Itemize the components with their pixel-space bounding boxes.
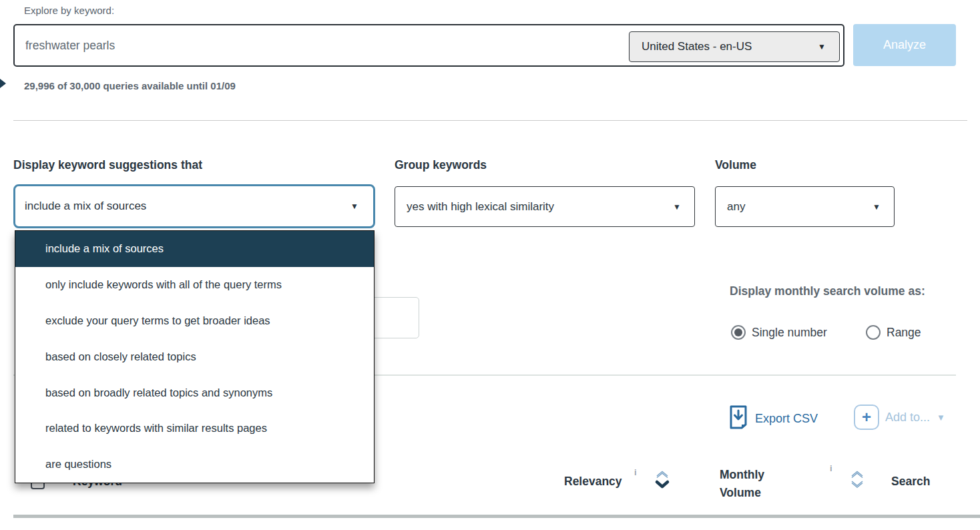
analyze-button[interactable]: Analyze — [853, 24, 956, 66]
keyword-input[interactable] — [15, 25, 616, 65]
group-keywords-label: Group keywords — [395, 158, 487, 172]
keyword-explorer-page: Explore by keyword: United States - en-U… — [0, 0, 980, 530]
menu-option[interactable]: only include keywords with all of the qu… — [15, 267, 374, 303]
menu-option[interactable]: based on closely related topics — [15, 338, 374, 374]
volume-display-label: Display monthly search volume as: — [730, 284, 925, 298]
chevron-down-icon: ▼ — [818, 42, 826, 51]
menu-option[interactable]: related to keywords with similar results… — [15, 411, 374, 447]
locale-select[interactable]: United States - en-US ▼ — [629, 31, 840, 62]
chevron-down-icon: ▼ — [937, 413, 945, 423]
menu-option[interactable]: based on broadly related topics and syno… — [15, 374, 374, 411]
explore-by-keyword-label: Explore by keyword: — [24, 5, 114, 16]
suggestions-select[interactable]: include a mix of sources ▼ — [13, 184, 375, 228]
info-icon[interactable]: i — [830, 463, 832, 473]
radio-label: Range — [887, 326, 921, 340]
sort-relevancy-icon[interactable] — [654, 469, 670, 493]
expander-triangle-icon[interactable] — [0, 79, 6, 88]
divider — [13, 515, 980, 518]
sort-monthly-volume-icon[interactable] — [849, 469, 865, 493]
radio-selected-icon — [731, 325, 746, 340]
column-header-search: Search — [891, 475, 930, 489]
download-file-icon — [729, 405, 748, 432]
add-to-button[interactable]: + Add to... ▼ — [854, 405, 945, 430]
radio-single-number[interactable]: Single number — [731, 325, 827, 340]
plus-icon: + — [854, 405, 879, 430]
divider — [13, 120, 967, 121]
suggestions-filter-label: Display keyword suggestions that — [13, 158, 202, 172]
export-csv-button[interactable]: Export CSV — [729, 405, 818, 432]
export-csv-label: Export CSV — [755, 412, 818, 426]
chevron-down-icon: ▼ — [350, 202, 358, 211]
column-header-monthly-volume: Monthly Volume — [720, 466, 781, 502]
info-icon[interactable]: i — [634, 467, 637, 477]
menu-option[interactable]: are questions — [15, 447, 374, 483]
add-to-label: Add to... — [885, 411, 930, 425]
radio-label: Single number — [752, 326, 827, 340]
chevron-down-icon: ▼ — [873, 202, 881, 212]
keyword-search-container: United States - en-US ▼ — [13, 24, 844, 67]
column-header-relevancy: Relevancy — [564, 475, 622, 489]
query-quota-text: 29,996 of 30,000 queries available until… — [24, 80, 236, 91]
locale-select-value: United States - en-US — [630, 40, 752, 53]
volume-label: Volume — [715, 158, 756, 172]
volume-select[interactable]: any ▼ — [715, 186, 895, 227]
group-keywords-select-value: yes with high lexical similarity — [395, 200, 554, 214]
radio-unselected-icon — [866, 325, 881, 340]
suggestions-dropdown-menu: include a mix of sources only include ke… — [15, 230, 375, 483]
radio-range[interactable]: Range — [866, 325, 921, 340]
menu-option[interactable]: exclude your query terms to get broader … — [15, 303, 374, 339]
suggestions-select-value: include a mix of sources — [15, 200, 146, 213]
menu-option[interactable]: include a mix of sources — [15, 231, 374, 267]
volume-select-value: any — [716, 200, 745, 214]
group-keywords-select[interactable]: yes with high lexical similarity ▼ — [395, 186, 695, 227]
chevron-down-icon: ▼ — [673, 202, 681, 212]
